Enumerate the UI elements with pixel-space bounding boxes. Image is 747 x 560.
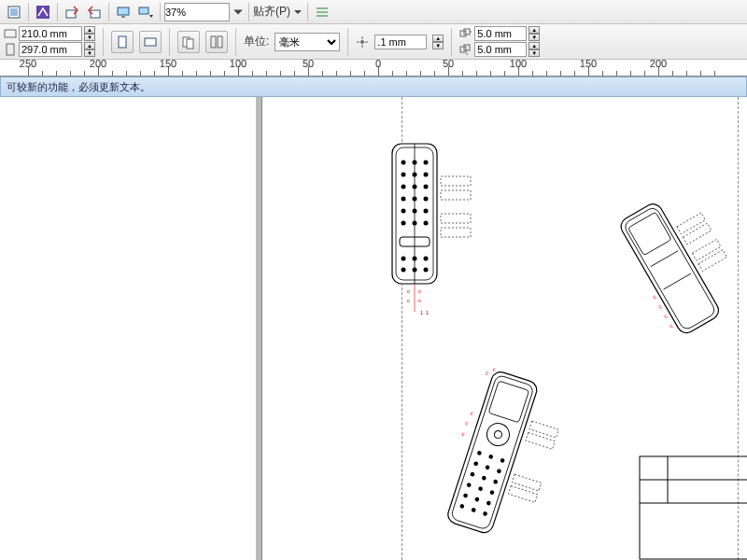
svg-point-42	[402, 257, 406, 261]
separator	[57, 3, 58, 21]
separator	[160, 3, 161, 21]
units-select[interactable]: 毫米	[275, 33, 340, 51]
dup-y-input[interactable]	[474, 42, 527, 57]
separator	[103, 28, 104, 56]
dup-y-icon	[459, 43, 472, 56]
dup-x-spinner[interactable]: ▲▼	[529, 26, 540, 41]
svg-rect-51	[441, 228, 471, 237]
svg-text:1: 1	[426, 310, 430, 315]
purple-tool-icon[interactable]	[33, 3, 53, 21]
svg-point-38	[402, 221, 406, 226]
nudge-input[interactable]	[374, 35, 427, 49]
duplicate-offset: ▲▼ ▲▼	[459, 26, 540, 57]
height-icon	[4, 43, 17, 56]
pages-button[interactable]	[177, 31, 200, 53]
dup-x-input[interactable]	[474, 26, 527, 41]
svg-point-26	[402, 173, 406, 177]
svg-rect-63	[677, 213, 705, 234]
info-message: 可较新的功能，必须更新文本。	[7, 80, 150, 94]
svg-rect-96	[512, 474, 541, 491]
main-toolbar: 贴齐(P)	[0, 0, 747, 24]
import-icon[interactable]	[62, 3, 82, 21]
svg-point-32	[402, 197, 406, 202]
svg-rect-66	[698, 250, 726, 272]
svg-rect-71	[445, 370, 539, 535]
svg-point-40	[424, 221, 429, 226]
svg-point-34	[424, 197, 429, 202]
svg-text:c: c	[657, 303, 663, 310]
drawing-object-remote-right[interactable]: cc cc	[598, 190, 747, 349]
separator	[108, 3, 109, 21]
svg-rect-13	[211, 36, 216, 48]
svg-rect-4	[118, 7, 129, 15]
svg-point-31	[424, 185, 429, 189]
svg-rect-48	[441, 176, 471, 186]
svg-text:c: c	[418, 288, 421, 294]
svg-rect-9	[119, 36, 126, 48]
screen-dropdown-icon[interactable]	[135, 3, 156, 21]
snap-label[interactable]: 贴齐(P)	[253, 4, 290, 20]
info-bar: 可较新的功能，必须更新文本。	[0, 77, 747, 97]
svg-text:1: 1	[420, 310, 424, 315]
separator	[28, 3, 29, 21]
svg-rect-49	[441, 190, 471, 200]
nudge-spinner[interactable]: ▲▼	[432, 35, 444, 49]
dup-x-icon	[459, 27, 472, 40]
drawing-object-remote-top[interactable]: cc cc 11	[374, 139, 504, 326]
tool-icon-1[interactable]	[4, 3, 24, 21]
height-spinner[interactable]: ▲▼	[84, 42, 95, 57]
svg-point-36	[413, 209, 417, 214]
svg-rect-17	[464, 29, 470, 35]
drawing-object-remote-bottom[interactable]: cc cc c	[411, 358, 598, 560]
zoom-dropdown-icon[interactable]	[232, 3, 245, 21]
page-dimensions: ▲▼ ▲▼	[4, 26, 95, 57]
svg-point-30	[413, 185, 417, 189]
svg-point-23	[402, 161, 406, 165]
svg-rect-6	[139, 7, 148, 14]
svg-point-43	[413, 257, 417, 261]
svg-point-29	[402, 185, 406, 189]
svg-point-33	[413, 197, 417, 202]
svg-rect-19	[464, 45, 470, 50]
separator	[235, 28, 236, 56]
units-label: 单位:	[244, 34, 269, 49]
nudge-icon	[356, 35, 369, 49]
width-spinner[interactable]: ▲▼	[84, 26, 95, 41]
svg-text:c: c	[407, 298, 410, 303]
svg-point-44	[424, 257, 429, 261]
svg-text:c: c	[663, 313, 669, 319]
svg-point-35	[402, 209, 406, 214]
svg-text:c: c	[465, 420, 470, 427]
snap-dropdown-icon[interactable]	[292, 3, 303, 21]
dup-y-spinner[interactable]: ▲▼	[529, 42, 540, 57]
svg-text:c: c	[470, 411, 474, 417]
svg-point-25	[424, 161, 429, 165]
svg-rect-14	[218, 36, 222, 48]
landscape-button[interactable]	[139, 31, 162, 53]
svg-text:c: c	[492, 367, 497, 373]
svg-point-27	[413, 173, 417, 177]
screen-icon[interactable]	[113, 3, 134, 21]
svg-rect-94	[529, 421, 558, 438]
export-icon[interactable]	[84, 3, 105, 21]
zoom-input[interactable]	[164, 3, 230, 21]
portrait-button[interactable]	[111, 31, 134, 53]
svg-rect-95	[526, 432, 555, 449]
svg-rect-64	[683, 223, 711, 245]
drawing-canvas[interactable]: cc cc 11 cc cc	[0, 97, 747, 560]
horizontal-ruler[interactable]: 25020015010050050100150200	[0, 60, 747, 77]
page-width-input[interactable]	[19, 26, 82, 41]
svg-point-45	[402, 268, 406, 273]
svg-rect-10	[145, 38, 156, 46]
options-icon[interactable]	[312, 3, 332, 21]
svg-rect-97	[508, 486, 537, 503]
drawing-object-table[interactable]	[635, 452, 747, 560]
svg-text:c: c	[461, 431, 466, 438]
svg-point-37	[424, 209, 429, 214]
svg-rect-5	[121, 16, 125, 18]
page-height-input[interactable]	[19, 42, 82, 57]
layout-button[interactable]	[205, 31, 228, 53]
svg-point-28	[424, 173, 429, 177]
separator	[307, 3, 308, 21]
svg-rect-8	[7, 44, 14, 55]
